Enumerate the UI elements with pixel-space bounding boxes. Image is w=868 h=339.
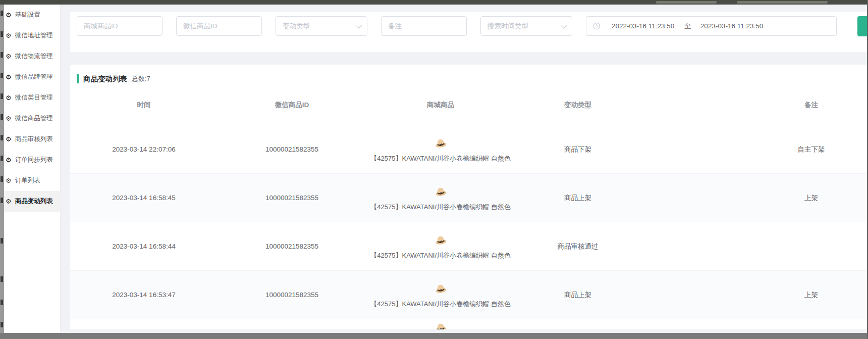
gear-icon (6, 198, 12, 205)
column-header-product: 商城商品 (366, 101, 515, 110)
gear-icon (6, 74, 12, 80)
cell-remark: 自主下架 (641, 145, 868, 154)
sidebar-item-8[interactable]: 订单列表 (4, 170, 60, 191)
search-time-type-placeholder: 搜索时间类型 (487, 22, 528, 31)
app-window: 基础设置 微信地址管理 微信物流管理 微信品牌管理 微信类目管理 微信商品管理 … (0, 0, 868, 339)
gear-icon (6, 53, 12, 60)
product-name: 【42575】KAWATANI/川谷小卷檐编织帽 自然色 (370, 300, 510, 309)
cell-product (366, 319, 515, 329)
table-header-row: 时间 微信商品ID 商城商品 变动类型 备注 (70, 85, 868, 125)
table-row (70, 319, 868, 329)
horizontal-scrollbar-thumb[interactable] (0, 333, 868, 339)
sidebar-item-label: 商品变动列表 (15, 197, 53, 206)
chevron-down-icon (561, 22, 567, 29)
change-type-placeholder: 变动类型 (283, 22, 310, 31)
date-separator: 至 (684, 22, 691, 31)
gear-icon (6, 94, 12, 101)
cell-time: 2023-03-14 22:07:06 (70, 146, 218, 153)
filter-bar: 商城商品ID 微信商品ID 变动类型 备注 搜索时间类型 2022-03-16 … (70, 12, 868, 52)
remark-input[interactable]: 备注 (381, 16, 467, 36)
gear-icon (6, 157, 12, 163)
sidebar-menu: 基础设置 微信地址管理 微信物流管理 微信品牌管理 微信类目管理 微信商品管理 … (4, 5, 61, 333)
change-type-select[interactable]: 变动类型 (276, 16, 367, 36)
sidebar-item-1[interactable]: 微信地址管理 (4, 25, 60, 46)
straw-hat-image (434, 184, 448, 198)
sidebar-item-label: 订单同步列表 (15, 156, 53, 164)
chrome-ghost-text (737, 1, 828, 4)
cell-change-type: 商品上架 (515, 290, 641, 300)
cell-wechat-id: 10000021582355 (218, 194, 366, 202)
search-button[interactable]: 搜索 (857, 16, 868, 36)
sidebar-item-2[interactable]: 微信物流管理 (4, 46, 60, 67)
data-table: 时间 微信商品ID 商城商品 变动类型 备注 2023-03-14 22:07:… (70, 85, 868, 329)
sidebar-item-4[interactable]: 微信类目管理 (4, 87, 60, 108)
sidebar-item-label: 微信类目管理 (15, 93, 53, 102)
cell-time: 2023-03-14 16:53:47 (70, 291, 218, 299)
cell-wechat-id: 10000021582355 (218, 291, 366, 299)
column-header-time: 时间 (70, 101, 218, 110)
straw-hat-image (434, 281, 448, 295)
cell-change-type: 商品上架 (515, 193, 641, 203)
cell-time: 2023-03-14 16:58:44 (70, 243, 218, 250)
sidebar-item-7[interactable]: 订单同步列表 (4, 150, 60, 170)
gear-icon (6, 12, 12, 18)
sidebar-item-label: 微信品牌管理 (15, 73, 53, 81)
column-header-wechat-id: 微信商品ID (218, 101, 366, 110)
clock-icon (593, 22, 601, 30)
sidebar-item-label: 微信物流管理 (15, 52, 53, 61)
sidebar-item-9[interactable]: 商品变动列表 (4, 191, 60, 212)
sidebar-item-5[interactable]: 微信商品管理 (4, 108, 60, 129)
wechat-product-id-input[interactable]: 微信商品ID (176, 16, 262, 36)
product-name: 【42575】KAWATANI/川谷小卷檐编织帽 自然色 (370, 203, 510, 212)
cell-remark: 上架 (641, 193, 868, 203)
sidebar-item-label: 订单列表 (15, 176, 40, 185)
browser-chrome-remnant (0, 0, 868, 5)
column-header-remark: 备注 (641, 101, 868, 110)
clipped-panel-strip (0, 5, 4, 333)
gear-icon (6, 32, 12, 39)
sidebar-item-label: 基础设置 (15, 11, 40, 19)
sidebar-item-6[interactable]: 商品审核列表 (4, 129, 60, 150)
table-row: 2023-03-14 16:58:44 10000021582355 【4257… (70, 222, 868, 271)
product-name: 【42575】KAWATANI/川谷小卷檐编织帽 自然色 (370, 251, 510, 260)
table-row: 2023-03-14 16:53:47 10000021582355 【4257… (70, 271, 868, 319)
sidebar-item-0[interactable]: 基础设置 (4, 5, 60, 25)
cell-change-type: 商品下架 (515, 145, 641, 154)
title-accent-bar (77, 74, 79, 83)
cell-product: 【42575】KAWATANI/川谷小卷檐编织帽 自然色 (366, 281, 515, 309)
cell-product: 【42575】KAWATANI/川谷小卷檐编织帽 自然色 (366, 136, 515, 163)
product-name: 【42575】KAWATANI/川谷小卷檐编织帽 自然色 (370, 154, 510, 163)
straw-hat-image (434, 233, 448, 247)
sidebar-item-label: 微信地址管理 (15, 31, 53, 40)
cell-remark: 上架 (641, 290, 868, 300)
table-row: 2023-03-14 22:07:06 10000021582355 【4257… (70, 125, 868, 174)
total-count: 总数:7 (132, 74, 150, 83)
product-change-list-panel: 商品变动列表 总数:7 时间 微信商品ID 商城商品 变动类型 备注 2023-… (70, 65, 868, 329)
gear-icon (6, 136, 12, 142)
date-end-value: 2023-03-16 11:23:50 (700, 22, 763, 30)
date-start-value: 2022-03-16 11:23:50 (612, 22, 674, 30)
cell-change-type: 商品审核通过 (515, 242, 641, 251)
table-row: 2023-03-14 16:58:45 10000021582355 【4257… (70, 174, 868, 222)
gear-icon (6, 115, 12, 122)
sidebar-item-3[interactable]: 微信品牌管理 (4, 67, 60, 87)
straw-hat-image (434, 136, 448, 150)
sidebar-item-label: 商品审核列表 (15, 135, 53, 143)
straw-hat-image (434, 320, 448, 329)
gear-icon (6, 177, 12, 184)
table-body: 2023-03-14 22:07:06 10000021582355 【4257… (70, 125, 868, 329)
sidebar-item-label: 微信商品管理 (15, 114, 53, 123)
search-time-type-select[interactable]: 搜索时间类型 (480, 16, 572, 36)
cell-time: 2023-03-14 16:58:45 (70, 194, 218, 202)
cell-product: 【42575】KAWATANI/川谷小卷檐编织帽 自然色 (366, 184, 515, 212)
chrome-ghost-text (656, 1, 717, 4)
mall-product-id-input[interactable]: 商城商品ID (77, 16, 162, 36)
date-range-picker[interactable]: 2022-03-16 11:23:50 至 2023-03-16 11:23:5… (586, 16, 837, 36)
chevron-down-icon (356, 22, 362, 29)
cell-wechat-id: 10000021582355 (218, 146, 366, 153)
column-header-change-type: 变动类型 (515, 101, 641, 110)
cell-wechat-id: 10000021582355 (218, 243, 366, 250)
cell-product: 【42575】KAWATANI/川谷小卷檐编织帽 自然色 (366, 233, 515, 260)
page-title: 商品变动列表 (83, 74, 127, 84)
list-header: 商品变动列表 总数:7 (70, 65, 868, 85)
